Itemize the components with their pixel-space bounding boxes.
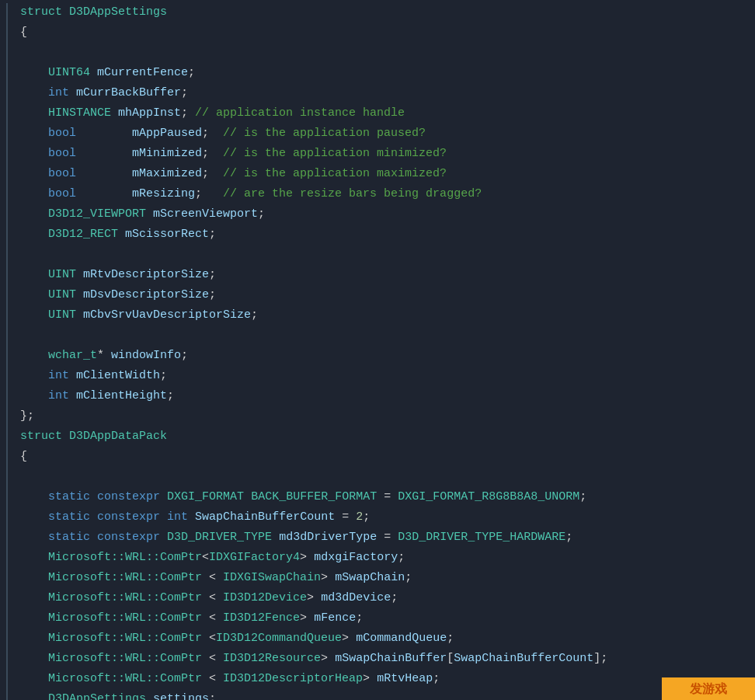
code-line: wchar_t* windowInfo; bbox=[0, 347, 755, 367]
token-kw: wchar_t bbox=[48, 349, 97, 362]
line-content: UINT mCbvSrvUavDescriptorSize; bbox=[16, 306, 755, 325]
token-kw: ID3D12DescriptorHeap bbox=[223, 672, 363, 685]
token-punct: = bbox=[377, 531, 398, 544]
token-punct bbox=[160, 490, 167, 503]
token-punct: { bbox=[20, 450, 27, 463]
token-punct: ; bbox=[579, 490, 586, 503]
line-gutter bbox=[6, 145, 12, 165]
token-ident: mScissorRect bbox=[125, 228, 209, 241]
line-content: HINSTANCE mhAppInst; // application inst… bbox=[16, 104, 755, 123]
line-gutter bbox=[6, 488, 12, 508]
token-punct: ]; bbox=[593, 652, 607, 665]
token-punct: ; bbox=[202, 147, 223, 160]
token-struct-name: D3DAppDataPack bbox=[69, 430, 167, 443]
token-punct: < bbox=[202, 571, 223, 584]
token-kw-blue: int bbox=[48, 389, 69, 402]
token-ident: mAppPaused bbox=[132, 127, 202, 140]
token-kw-blue: constexpr bbox=[97, 490, 160, 503]
token-punct: > bbox=[363, 672, 377, 685]
token-ident: mSwapChainBuffer bbox=[335, 652, 447, 665]
token-kw: ID3D12Resource bbox=[223, 652, 321, 665]
token-punct: [ bbox=[447, 652, 454, 665]
token-ident: mResizing bbox=[132, 187, 195, 200]
code-line: struct D3DAppDataPack bbox=[0, 427, 755, 448]
token-kw: ID3D12Device bbox=[223, 591, 307, 604]
code-line: struct D3DAppSettings bbox=[0, 3, 755, 23]
token-punct: ; bbox=[209, 228, 216, 241]
token-kw-blue: bool bbox=[48, 187, 76, 200]
token-punct: ; bbox=[167, 389, 174, 402]
line-content bbox=[16, 326, 755, 345]
line-gutter bbox=[6, 569, 12, 589]
code-line: bool mMinimized; // is the application m… bbox=[0, 145, 755, 165]
line-gutter bbox=[6, 185, 12, 205]
token-punct: ; bbox=[363, 510, 370, 524]
token-punct bbox=[69, 369, 76, 382]
line-content bbox=[16, 44, 755, 62]
token-punct bbox=[76, 147, 132, 160]
token-punct bbox=[244, 490, 251, 503]
token-punct: > bbox=[321, 571, 335, 584]
token-ident: mDsvDescriptorSize bbox=[83, 288, 209, 301]
token-kw: DXGI_FORMAT bbox=[167, 490, 244, 503]
line-gutter bbox=[6, 286, 12, 306]
token-punct: < bbox=[202, 672, 223, 685]
token-ident: mhAppInst bbox=[118, 106, 181, 120]
token-punct: < bbox=[202, 632, 216, 645]
token-punct: < bbox=[202, 611, 223, 625]
token-punct: > bbox=[300, 551, 314, 564]
token-punct: ; bbox=[209, 692, 216, 700]
line-gutter bbox=[6, 124, 12, 145]
token-punct bbox=[90, 490, 97, 503]
token-ident: windowInfo bbox=[111, 349, 181, 362]
line-gutter bbox=[6, 427, 12, 448]
token-kw: IDXGIFactory4 bbox=[209, 551, 300, 564]
line-gutter bbox=[6, 589, 12, 609]
line-gutter bbox=[6, 508, 12, 528]
code-line: HINSTANCE mhAppInst; // application inst… bbox=[0, 104, 755, 124]
token-kw: UINT bbox=[48, 288, 76, 301]
token-punct: ; bbox=[181, 106, 195, 120]
token-kw: Microsoft::WRL::ComPtr bbox=[48, 652, 202, 665]
token-ident: SwapChainBufferCount bbox=[195, 510, 335, 524]
token-punct: ; bbox=[433, 672, 440, 685]
token-macro: DXGI_FORMAT_R8G8B8A8_UNORM bbox=[398, 490, 579, 503]
token-kw-blue: int bbox=[48, 86, 69, 99]
token-punct: ; bbox=[195, 187, 223, 200]
line-content: D3D12_RECT mScissorRect; bbox=[16, 225, 755, 244]
token-kw: HINSTANCE bbox=[48, 106, 111, 120]
token-kw: ID3D12Fence bbox=[223, 611, 300, 625]
token-punct: ; bbox=[209, 288, 216, 301]
token-ident: mFence bbox=[314, 611, 356, 625]
code-line: { bbox=[0, 448, 755, 468]
token-punct bbox=[272, 531, 279, 544]
token-punct: < bbox=[202, 551, 209, 564]
code-line bbox=[0, 326, 755, 347]
code-line: Microsoft::WRL::ComPtr < ID3D12Fence> mF… bbox=[0, 609, 755, 629]
line-content: struct D3DAppSettings bbox=[16, 3, 755, 22]
token-kw: Microsoft::WRL::ComPtr bbox=[48, 551, 202, 564]
line-content: bool mResizing; // are the resize bars b… bbox=[16, 185, 755, 204]
token-kw: ID3D12CommandQueue bbox=[216, 632, 342, 645]
line-content: UINT mDsvDescriptorSize; bbox=[16, 286, 755, 305]
line-content: Microsoft::WRL::ComPtr < ID3D12Resource>… bbox=[16, 650, 755, 668]
line-gutter bbox=[6, 690, 12, 700]
token-punct bbox=[118, 228, 125, 241]
token-punct bbox=[111, 106, 118, 120]
token-kw: struct bbox=[20, 5, 62, 19]
line-content: Microsoft::WRL::ComPtr < ID3D12Device> m… bbox=[16, 589, 755, 608]
token-kw-blue: constexpr bbox=[97, 510, 160, 524]
token-punct bbox=[76, 127, 132, 140]
token-punct bbox=[76, 268, 83, 281]
token-punct: ; bbox=[258, 207, 265, 221]
line-content: }; bbox=[16, 407, 755, 426]
line-gutter bbox=[6, 629, 12, 650]
line-content: bool mAppPaused; // is the application p… bbox=[16, 124, 755, 143]
line-gutter bbox=[6, 44, 12, 64]
token-punct: ; bbox=[447, 632, 454, 645]
token-punct: ; bbox=[181, 86, 188, 99]
code-container: struct D3DAppSettings{ UINT64 mCurrentFe… bbox=[0, 0, 755, 700]
line-gutter bbox=[6, 205, 12, 225]
code-line: static constexpr int SwapChainBufferCoun… bbox=[0, 508, 755, 528]
watermark-title: 发游戏 bbox=[690, 681, 727, 698]
